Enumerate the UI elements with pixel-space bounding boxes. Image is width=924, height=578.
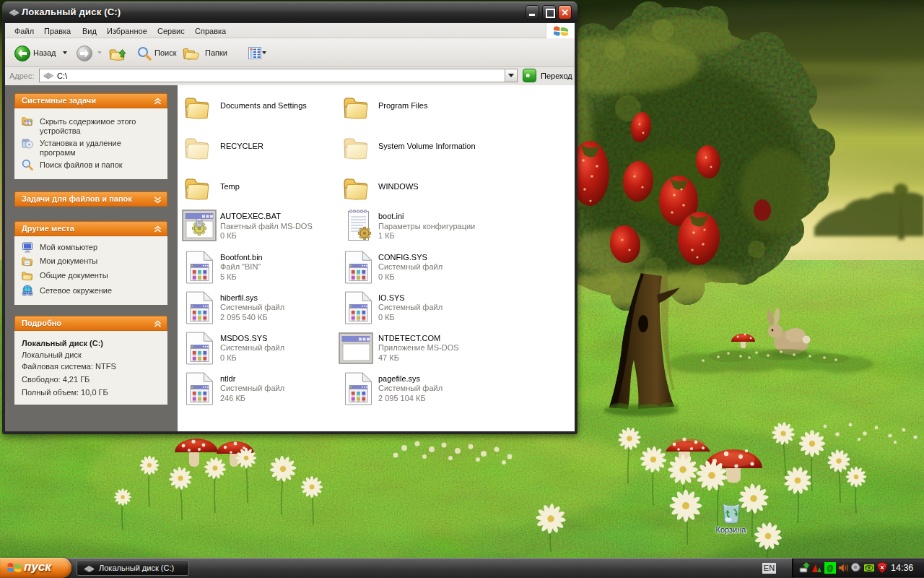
svg-text:@: @ (827, 564, 834, 572)
